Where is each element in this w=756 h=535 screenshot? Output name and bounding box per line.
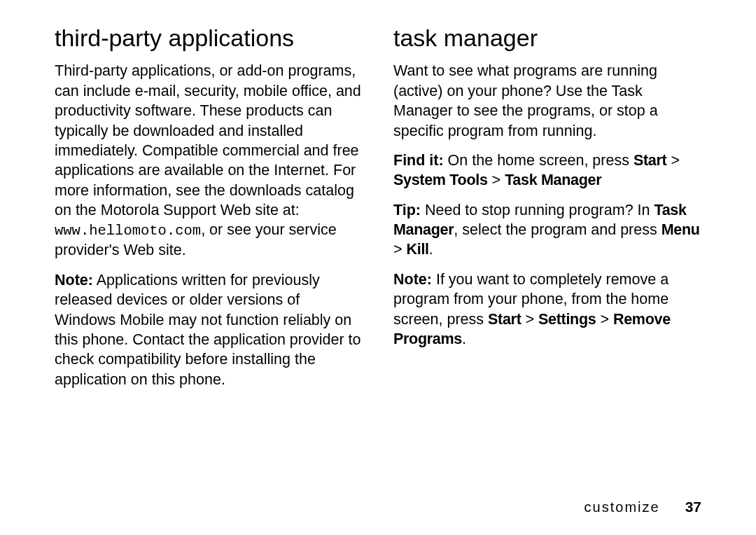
left-paragraph-1: Third-party applications, or add-on prog… (55, 61, 363, 260)
nav-start: Start (488, 311, 521, 328)
text: . (462, 331, 466, 347)
left-column: third-party applications Third-party app… (55, 25, 363, 399)
url-text: www.hellomoto.com (55, 223, 201, 239)
manual-page: third-party applications Third-party app… (0, 0, 756, 535)
nav-system-tools: System Tools (393, 172, 488, 188)
text: , select the program and press (454, 221, 661, 238)
find-it-label: Find it: (393, 152, 444, 169)
text: > (393, 241, 407, 258)
note-label: Note: (393, 271, 432, 288)
text: > (488, 172, 505, 188)
page-footer: customize 37 (584, 499, 701, 515)
text: > (666, 152, 680, 169)
right-paragraph-3-tip: Tip: Need to stop running program? In Ta… (393, 200, 701, 260)
nav-start: Start (634, 152, 666, 169)
right-paragraph-4-note: Note: If you want to completely remove a… (393, 270, 701, 349)
text: Need to stop running program? In (421, 202, 654, 218)
left-paragraph-2-note: Note: Applications written for previousl… (55, 270, 363, 389)
right-paragraph-2-findit: Find it: On the home screen, press Start… (393, 151, 701, 190)
text: On the home screen, press (444, 152, 634, 169)
tip-label: Tip: (393, 202, 421, 218)
text: > (596, 311, 613, 328)
page-number: 37 (685, 499, 701, 515)
footer-section-label: customize (584, 499, 660, 515)
right-column: task manager Want to see what programs a… (393, 25, 701, 399)
text: . (429, 241, 433, 258)
heading-task-manager: task manager (393, 25, 701, 51)
text: > (522, 311, 539, 328)
heading-third-party-apps: third-party applications (55, 25, 363, 51)
nav-menu: Menu (662, 221, 700, 238)
text: Third-party applications, or add-on prog… (55, 62, 361, 218)
nav-task-manager: Task Manager (505, 172, 601, 188)
nav-settings: Settings (538, 311, 596, 328)
text: Applications written for previously rele… (55, 272, 360, 388)
note-label: Note: (55, 272, 93, 289)
two-column-layout: third-party applications Third-party app… (55, 25, 701, 399)
nav-kill: Kill (407, 241, 429, 258)
right-paragraph-1: Want to see what programs are running (a… (393, 61, 701, 141)
